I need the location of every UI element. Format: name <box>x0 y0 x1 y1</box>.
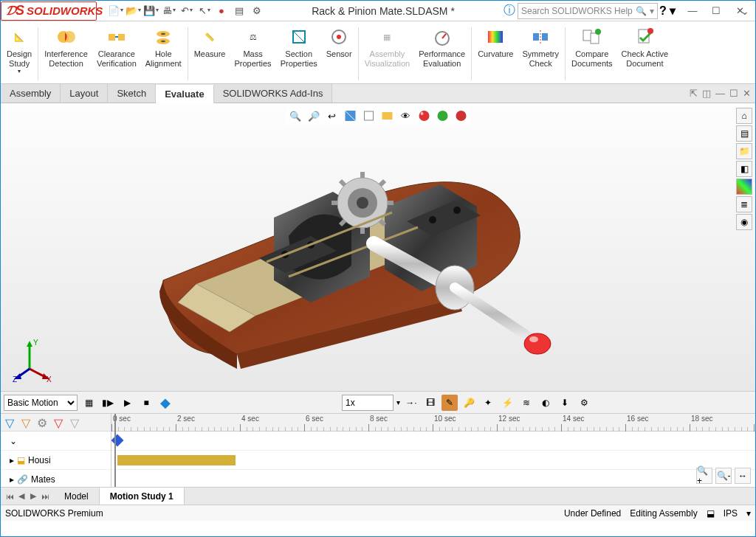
animation-wizard-icon[interactable]: ✎ <box>441 395 458 411</box>
timeline-tracks[interactable]: 0 sec2 sec4 sec6 sec8 sec10 sec12 sec14 … <box>111 414 755 487</box>
contact-icon[interactable]: ◐ <box>537 395 554 411</box>
assembly-visualization-button[interactable]: ▦Assembly Visualization <box>360 24 415 83</box>
tab-evaluate[interactable]: Evaluate <box>156 85 213 103</box>
bottom-tab-model[interactable]: Model <box>54 488 100 505</box>
tab-last-icon[interactable]: ⏭ <box>39 492 51 501</box>
play-mode-icon[interactable]: →· <box>403 395 419 411</box>
motor-icon[interactable]: ⚡ <box>499 395 515 411</box>
gravity-icon[interactable]: ⬇ <box>557 395 573 411</box>
sensor-button[interactable]: Sensor <box>322 24 357 83</box>
tree-row-housing[interactable]: ▸⬓Housi <box>1 451 111 470</box>
status-bar: SOLIDWORKS Premium Under Defined Editing… <box>1 505 755 521</box>
home-icon[interactable]: ⌂ <box>736 108 752 124</box>
section-properties-button[interactable]: Section Properties <box>276 24 322 83</box>
playhead[interactable] <box>114 414 116 487</box>
rack-pinion-model <box>119 118 591 384</box>
mass-properties-button[interactable]: ⚖Mass Properties <box>230 24 275 83</box>
rebuild-icon[interactable]: ● <box>213 3 230 19</box>
command-manager-tabs: Assembly Layout Sketch Evaluate SOLIDWOR… <box>1 84 755 103</box>
print-icon[interactable]: 🖶 <box>160 3 176 19</box>
select-icon[interactable]: ↖ <box>196 3 212 19</box>
status-units[interactable]: IPS <box>724 508 738 519</box>
open-doc-icon[interactable]: 📂 <box>125 3 141 19</box>
timeline-ruler[interactable]: 0 sec2 sec4 sec6 sec8 sec10 sec12 sec14 … <box>111 414 755 432</box>
tab-first-icon[interactable]: ⏮ <box>4 492 16 501</box>
file-explorer-icon[interactable]: 📁 <box>736 143 752 159</box>
bottom-tabs: ⏮ ◀ ▶ ⏭ Model Motion Study 1 <box>1 487 755 505</box>
playback-speed-input[interactable] <box>342 395 394 411</box>
save-icon[interactable]: 💾 <box>142 3 159 19</box>
filter-selected-icon[interactable]: ⚙ <box>35 415 49 430</box>
design-library-icon[interactable]: ▤ <box>736 125 752 142</box>
play-start-icon[interactable]: ▮▶ <box>100 395 116 411</box>
design-study-button[interactable]: 📐Design Study▾ <box>2 24 36 83</box>
tab-next-icon[interactable]: ▶ <box>27 491 39 501</box>
check-active-document-button[interactable]: Check Active Document <box>617 24 673 83</box>
view-palette-icon[interactable]: ◧ <box>736 161 752 177</box>
zoom-fit-timeline-icon[interactable]: ↔ <box>735 468 751 484</box>
filter-results-icon[interactable]: ▽ <box>51 415 66 430</box>
tab-layout[interactable]: Layout <box>61 84 108 103</box>
calculate-icon[interactable]: ▦ <box>80 395 97 411</box>
filter-driving-icon[interactable]: ▽ <box>18 415 33 430</box>
autokey-icon[interactable]: 🔑 <box>461 395 477 411</box>
custom-props-icon[interactable]: ≣ <box>736 196 752 212</box>
zoom-out-timeline-icon[interactable]: 🔍- <box>715 468 732 484</box>
new-doc-icon[interactable]: 📄 <box>107 3 123 19</box>
mdi-tile-icon[interactable]: ◫ <box>702 88 711 99</box>
collapse-timeline-icon[interactable]: ⌄ <box>740 5 749 17</box>
help-menu[interactable]: ? ▾ <box>658 4 677 18</box>
filter-none-icon[interactable]: ▽ <box>67 415 82 430</box>
svg-line-38 <box>340 221 345 225</box>
graphics-viewport[interactable]: 🔍 🔎 ↩ 👁 ⌂ ▤ 📁 ◧ ≣ ◉ <box>1 103 755 391</box>
maximize-button[interactable]: ☐ <box>707 3 726 19</box>
task-pane: ⌂ ▤ 📁 ◧ ≣ ◉ <box>736 108 754 230</box>
settings-icon[interactable]: ⚙ <box>249 3 265 19</box>
svg-rect-15 <box>533 33 539 41</box>
search-box[interactable]: Search SOLIDWORKS Help 🔍 ▾ <box>518 3 658 19</box>
status-units-drop-icon[interactable]: ▾ <box>746 508 751 519</box>
mdi-minimize-icon[interactable]: — <box>715 88 725 99</box>
stop-icon[interactable]: ■ <box>138 395 154 411</box>
ribbon-evaluate: 📐Design Study▾ Interference Detection Cl… <box>1 21 755 84</box>
play-icon[interactable]: ▶ <box>119 395 135 411</box>
mdi-expand-icon[interactable]: ⇱ <box>690 88 698 99</box>
forum-icon[interactable]: ◉ <box>736 214 752 230</box>
tab-prev-icon[interactable]: ◀ <box>16 491 27 501</box>
compare-documents-button[interactable]: Compare Documents <box>567 24 617 83</box>
status-product: SOLIDWORKS Premium <box>5 508 103 519</box>
svg-point-49 <box>529 336 538 342</box>
timeline-slider-handle[interactable]: ◆ <box>157 395 173 411</box>
bottom-tab-motion-study[interactable]: Motion Study 1 <box>100 488 185 505</box>
tree-row-mates[interactable]: ▸🔗Mates <box>1 470 111 489</box>
mdi-maximize-icon[interactable]: ☐ <box>729 88 738 99</box>
zoom-in-timeline-icon[interactable]: 🔍+ <box>696 468 712 484</box>
svg-line-13 <box>442 34 446 38</box>
filter-animated-icon[interactable]: ▽ <box>2 415 17 430</box>
status-custom-icon[interactable]: ⬓ <box>707 508 715 519</box>
curvature-button[interactable]: Curvature <box>473 24 518 83</box>
addkey-icon[interactable]: ✦ <box>480 395 496 411</box>
clearance-verification-button[interactable]: Clearance Verification <box>92 24 141 83</box>
symmetry-check-button[interactable]: Symmetry Check <box>518 24 563 83</box>
orientation-triad[interactable]: Y X Z <box>11 339 55 384</box>
appearances-icon[interactable] <box>736 179 752 195</box>
measure-button[interactable]: 📏Measure <box>190 24 230 83</box>
minimize-button[interactable]: — <box>683 3 702 19</box>
tab-addins[interactable]: SOLIDWORKS Add-Ins <box>214 84 333 103</box>
tab-sketch[interactable]: Sketch <box>108 84 156 103</box>
tree-row-orientation[interactable]: ⌄ <box>1 432 111 451</box>
spring-icon[interactable]: ≋ <box>518 395 535 411</box>
svg-rect-14 <box>488 31 503 43</box>
motion-type-select[interactable]: Basic Motion <box>4 395 78 411</box>
hole-alignment-button[interactable]: Hole Alignment <box>141 24 186 83</box>
save-animation-icon[interactable]: 🎞 <box>422 395 439 411</box>
options-icon[interactable]: ▤ <box>231 3 247 19</box>
motion-options-icon[interactable]: ⚙ <box>576 395 592 411</box>
mdi-close-icon[interactable]: ✕ <box>743 88 751 99</box>
interference-detection-button[interactable]: Interference Detection <box>40 24 92 83</box>
undo-icon[interactable]: ↶ <box>178 3 194 19</box>
info-icon[interactable]: ⓘ <box>501 3 518 18</box>
tab-assembly[interactable]: Assembly <box>1 84 61 103</box>
performance-evaluation-button[interactable]: Performance Evaluation <box>414 24 470 83</box>
